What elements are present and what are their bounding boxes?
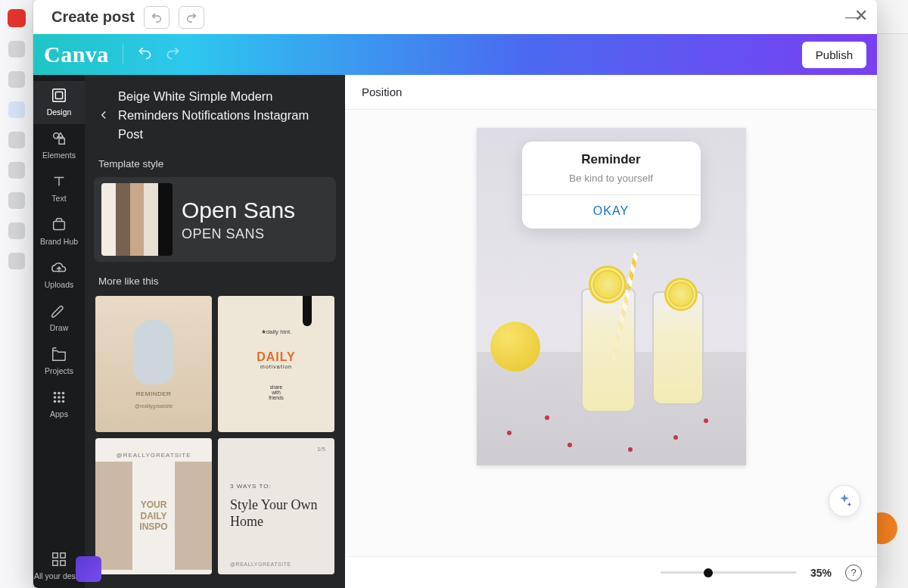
photo-berry: [545, 415, 549, 420]
canvas-stage[interactable]: Reminder Be kind to yourself OKAY: [345, 110, 877, 556]
photo-berry: [628, 447, 633, 452]
section-template-style: Template style: [94, 154, 336, 177]
rail-uploads[interactable]: Uploads: [33, 254, 85, 297]
rail-elements[interactable]: Elements: [33, 124, 85, 167]
help-button[interactable]: ?: [845, 565, 862, 581]
undo-icon[interactable]: [137, 45, 152, 64]
thumb-page: 1/5: [317, 446, 325, 453]
color-palette: [101, 183, 173, 256]
zoom-value: 35%: [810, 567, 832, 579]
modal-titlebar: Create post —: [33, 0, 877, 34]
back-button[interactable]: [97, 106, 110, 124]
rail-design[interactable]: Design: [33, 81, 85, 124]
thumb-sub: motivation: [257, 364, 296, 369]
svg-rect-3: [59, 138, 64, 144]
app-thumbnail[interactable]: [76, 556, 101, 582]
zoom-slider[interactable]: [661, 571, 797, 574]
photo-lemon: [490, 322, 540, 372]
svg-point-10: [62, 396, 65, 399]
thumb-graphic: [133, 319, 174, 384]
template-name: Beige White Simple Modern Reminders Noti…: [118, 87, 331, 143]
host-nav-icon[interactable]: [8, 101, 25, 118]
svg-rect-17: [61, 561, 65, 565]
host-nav-icon[interactable]: [8, 253, 25, 269]
rail-apps[interactable]: Apps: [33, 383, 85, 426]
redo-icon[interactable]: [166, 45, 181, 64]
reminder-title: Reminder: [530, 152, 693, 167]
modal-history-redo[interactable]: [179, 6, 204, 29]
create-post-modal: Create post — ✕ Canva Publish Design: [33, 0, 877, 588]
rail-label: Brand Hub: [40, 237, 78, 246]
thumb-brand: ★daily hint.: [261, 328, 292, 335]
thumb-handle: @reallygreatsite: [135, 403, 173, 409]
host-nav-icon[interactable]: [8, 41, 25, 58]
host-nav-icon[interactable]: [8, 222, 25, 239]
rail-brand-hub[interactable]: Brand Hub: [33, 210, 85, 254]
rail-label: Elements: [42, 151, 76, 160]
photo-lemon-slice: [589, 266, 627, 303]
svg-rect-14: [53, 553, 58, 558]
canva-logo: Canva: [44, 42, 109, 67]
thumb-line: DAILY: [141, 511, 167, 521]
photo-glass: [581, 288, 636, 412]
svg-rect-1: [55, 92, 62, 98]
svg-rect-15: [61, 553, 65, 558]
svg-point-5: [54, 392, 57, 395]
svg-rect-4: [54, 221, 65, 229]
magic-assist-button[interactable]: [829, 485, 860, 517]
host-nav-icon[interactable]: [8, 71, 25, 88]
photo-berry: [568, 443, 572, 447]
rail-text[interactable]: Text: [33, 167, 85, 210]
zoom-thumb[interactable]: [704, 568, 713, 577]
reminder-card[interactable]: Reminder Be kind to yourself OKAY: [522, 142, 701, 229]
rail-label: Text: [51, 194, 66, 203]
thumb-title: Style Your Own Home: [230, 497, 322, 530]
template-style-card[interactable]: Open Sans OPEN SANS: [94, 177, 336, 262]
font-secondary: OPEN SANS: [182, 226, 295, 242]
template-thumb[interactable]: ★daily hint. DAILY motivation share with…: [218, 296, 334, 432]
svg-point-8: [54, 396, 57, 399]
section-more-like-this: More like this: [94, 262, 336, 294]
modal-title: Create post: [51, 8, 135, 26]
template-thumb[interactable]: 1/5 3 WAYS TO: Style Your Own Home @REAL…: [218, 438, 334, 574]
photo-berry: [507, 431, 512, 435]
svg-point-12: [58, 400, 61, 403]
font-preview: Open Sans OPEN SANS: [182, 198, 295, 242]
rail-label: Draw: [50, 323, 69, 332]
thumb-graphic: [175, 462, 212, 570]
font-primary: Open Sans: [182, 198, 295, 223]
template-thumb[interactable]: @REALLYGREATSITE YOUR DAILY INSPO: [95, 438, 212, 574]
rail-draw[interactable]: Draw: [33, 297, 85, 340]
rail-label: Apps: [50, 409, 68, 418]
thumb-word: DAILY: [257, 350, 296, 364]
rail-label: Design: [47, 107, 72, 117]
reminder-ok-button[interactable]: OKAY: [530, 195, 693, 229]
canvas-area: Position R: [345, 75, 877, 588]
thumb-graphic: [95, 462, 132, 570]
host-nav-icon[interactable]: [8, 132, 25, 148]
svg-rect-0: [53, 89, 66, 102]
host-nav-icon[interactable]: [8, 162, 25, 179]
artboard[interactable]: Reminder Be kind to yourself OKAY: [477, 128, 746, 465]
svg-rect-16: [53, 561, 58, 565]
thumb-caption: REMINDER: [136, 390, 172, 397]
rail-projects[interactable]: Projects: [33, 340, 85, 383]
thumb-header: @REALLYGREATSITE: [95, 452, 212, 459]
position-button[interactable]: Position: [357, 82, 406, 101]
svg-point-9: [58, 396, 61, 399]
photo-berry: [704, 418, 708, 423]
side-rail: Design Elements Text Brand Hub Uploads D…: [33, 75, 85, 588]
canvas-footer: 35% ?: [345, 556, 877, 588]
template-thumb[interactable]: REMINDER @reallygreatsite: [95, 296, 212, 432]
host-left-rail: [0, 0, 33, 588]
publish-button[interactable]: Publish: [802, 42, 866, 68]
host-nav-icon[interactable]: [8, 192, 25, 209]
svg-point-11: [54, 400, 57, 403]
close-icon[interactable]: ✕: [854, 6, 868, 26]
rail-label: Uploads: [45, 280, 74, 289]
thumb-share: share with friends: [269, 384, 284, 400]
svg-point-7: [62, 392, 65, 395]
modal-history-undo[interactable]: [144, 6, 169, 29]
rail-label: Projects: [45, 366, 73, 375]
canvas-toolbar: Position: [345, 75, 877, 110]
